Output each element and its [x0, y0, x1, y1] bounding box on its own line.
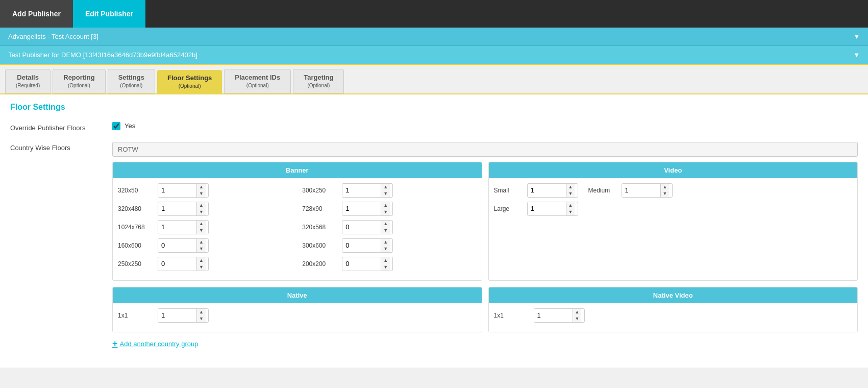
video-small-up[interactable]: ▲ [566, 184, 575, 190]
tab-add-publisher[interactable]: Add Publisher [0, 0, 73, 28]
video-medium-row: Medium ▲▼ [588, 183, 673, 198]
banner-row-320x568: 320x568 ▲▼ [302, 220, 476, 234]
banner-160x600-up[interactable]: ▲ [197, 239, 206, 246]
banner-320x50-up[interactable]: ▲ [197, 184, 206, 190]
banner-250x250-up[interactable]: ▲ [197, 257, 206, 264]
native-panel-header: Native [113, 287, 482, 303]
banner-200x200-input-wrap: ▲▼ [342, 257, 393, 271]
tab-reporting[interactable]: Reporting (Optional) [53, 69, 105, 93]
banner-320x480-label: 320x480 [118, 205, 154, 212]
video-large-row: Large ▲▼ [494, 202, 578, 216]
tab-settings[interactable]: Settings (Optional) [108, 69, 155, 93]
tab-reporting-sub: (Optional) [63, 82, 94, 89]
native-1x1-down[interactable]: ▼ [197, 316, 206, 322]
video-panel: Video Small ▲▼ Medium [488, 162, 858, 281]
video-large-label: Large [494, 205, 522, 212]
video-small-down[interactable]: ▼ [566, 190, 575, 197]
banner-300x250-up[interactable]: ▲ [381, 184, 390, 190]
native-video-1x1-down[interactable]: ▼ [573, 316, 582, 322]
banner-cols: 320x50 ▲ ▼ [118, 183, 477, 275]
video-medium-down[interactable]: ▼ [661, 190, 669, 197]
banner-728x90-input[interactable] [342, 202, 381, 215]
banner-panel-header: Banner [113, 162, 482, 178]
tab-placement-ids[interactable]: Placement IDs (Optional) [224, 69, 291, 93]
banner-160x600-input[interactable] [158, 239, 196, 252]
banner-320x480-input-wrap: ▲▼ [158, 202, 209, 216]
video-large-up[interactable]: ▲ [566, 202, 575, 209]
publisher-bar-text: Test Publisher for DEMO [13f43f16a3646d7… [8, 51, 197, 59]
tab-edit-publisher[interactable]: Edit Publisher [73, 0, 145, 28]
native-video-1x1-up[interactable]: ▲ [573, 309, 582, 316]
banner-200x200-input[interactable] [342, 257, 381, 271]
banner-320x568-label: 320x568 [302, 224, 338, 231]
native-1x1-input[interactable] [158, 309, 196, 322]
native-1x1-row: 1x1 ▲▼ [118, 308, 477, 323]
banner-728x90-label: 728x90 [302, 205, 338, 212]
publisher-bar[interactable]: Test Publisher for DEMO [13f43f16a3646d7… [0, 46, 868, 65]
banner-250x250-down[interactable]: ▼ [197, 264, 206, 271]
account-bar[interactable]: Advangelists - Test Account [3] ▼ [0, 28, 868, 46]
banner-160x600-input-wrap: ▲▼ [158, 238, 209, 253]
banner-320x50-down[interactable]: ▼ [197, 190, 206, 197]
banner-320x480-down[interactable]: ▼ [197, 209, 206, 215]
tab-floor-settings[interactable]: Floor Settings (Optional) [157, 70, 222, 93]
banner-320x568-input[interactable] [342, 221, 381, 234]
banner-300x250-down[interactable]: ▼ [381, 190, 390, 197]
banner-1024x768-up[interactable]: ▲ [197, 221, 206, 227]
video-small-label: Small [494, 187, 522, 194]
banner-row-300x250: 300x250 ▲▼ [302, 183, 476, 198]
banner-300x600-input[interactable] [342, 239, 381, 252]
banner-row-728x90: 728x90 ▲▼ [302, 202, 476, 216]
banner-200x200-label: 200x200 [302, 260, 338, 268]
banner-160x600-label: 160x600 [118, 242, 154, 249]
banner-row-250x250: 250x250 ▲▼ [118, 257, 292, 271]
native-1x1-up[interactable]: ▲ [197, 309, 206, 316]
banner-320x50-input[interactable] [158, 184, 196, 197]
add-country-group-link[interactable]: + Add another country group [112, 338, 858, 349]
native-video-1x1-input-wrap: ▲▼ [534, 308, 585, 323]
tab-details[interactable]: Details (Required) [5, 69, 51, 93]
banner-320x480-input[interactable] [158, 202, 196, 215]
rotw-input[interactable] [112, 142, 858, 157]
tab-targeting[interactable]: Targeting (Optional) [293, 69, 344, 93]
country-wise-floors-control: Banner 320x50 ▲ [112, 142, 858, 349]
add-country-group-plus-icon: + [112, 338, 118, 349]
video-large-input-wrap: ▲▼ [527, 202, 578, 216]
banner-200x200-up[interactable]: ▲ [381, 257, 390, 264]
native-1x1-label: 1x1 [118, 312, 154, 319]
override-publisher-floors-row: Override Publisher Floors Yes [10, 122, 858, 132]
video-large-input[interactable] [528, 202, 566, 215]
video-medium-up[interactable]: ▲ [661, 184, 669, 190]
banner-300x600-down[interactable]: ▼ [381, 246, 390, 252]
tab-placement-ids-label: Placement IDs [235, 74, 280, 82]
banner-728x90-up[interactable]: ▲ [381, 202, 390, 209]
video-panel-header: Video [489, 162, 858, 178]
banner-320x480-up[interactable]: ▲ [197, 202, 206, 209]
tab-floor-settings-sub: (Optional) [167, 83, 212, 89]
banner-320x50-input-wrap: ▲ ▼ [158, 183, 209, 198]
banner-row-1024x768: 1024x768 ▲▼ [118, 220, 292, 234]
banner-250x250-input[interactable] [158, 257, 196, 271]
override-publisher-floors-yes: Yes [125, 122, 135, 130]
banner-1024x768-input[interactable] [158, 221, 196, 234]
banner-160x600-down[interactable]: ▼ [197, 246, 206, 252]
banner-panel-body: 320x50 ▲ ▼ [113, 178, 482, 280]
publisher-bar-chevron: ▼ [853, 51, 860, 59]
banner-panel: Banner 320x50 ▲ [112, 162, 482, 281]
banner-320x568-up[interactable]: ▲ [381, 221, 390, 227]
banner-300x250-input[interactable] [342, 184, 381, 197]
banner-1024x768-down[interactable]: ▼ [197, 227, 206, 234]
override-publisher-floors-checkbox[interactable] [112, 122, 120, 130]
video-large-down[interactable]: ▼ [566, 209, 575, 215]
banner-320x568-down[interactable]: ▼ [381, 227, 390, 234]
native-video-panel: Native Video 1x1 ▲▼ [488, 287, 858, 332]
native-video-1x1-label: 1x1 [494, 312, 530, 319]
native-video-1x1-input[interactable] [534, 309, 573, 322]
banner-300x600-up[interactable]: ▲ [381, 239, 390, 246]
banner-728x90-down[interactable]: ▼ [381, 209, 390, 215]
banner-200x200-down[interactable]: ▼ [381, 264, 390, 271]
video-medium-input[interactable] [622, 184, 660, 197]
video-medium-label: Medium [588, 187, 616, 194]
banner-250x250-input-wrap: ▲▼ [158, 257, 209, 271]
video-small-input[interactable] [528, 184, 566, 197]
